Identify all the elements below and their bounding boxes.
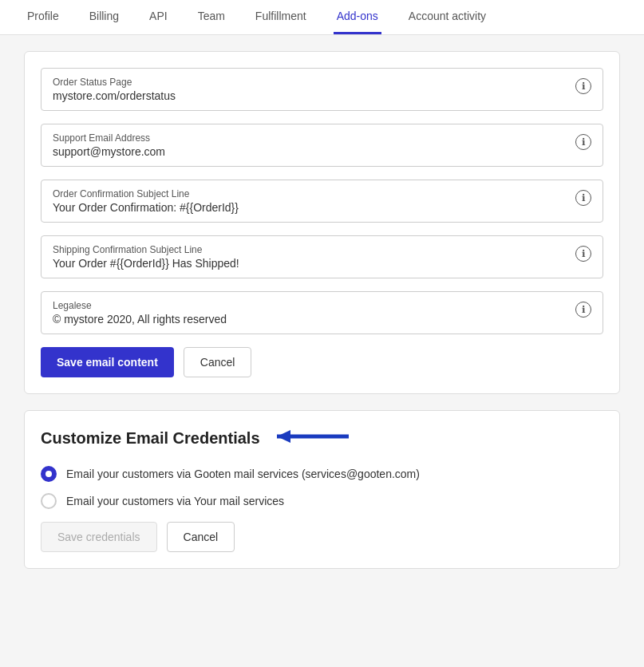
support-email-label: Support Email Address [53,132,575,144]
radio-gooten-mail-circle[interactable] [41,466,57,482]
credentials-title-text: Customize Email Credentials [41,429,260,448]
arrow-icon [273,427,353,450]
radio-gooten-mail-label: Email your customers via Gooten mail ser… [66,468,420,480]
save-email-content-button[interactable]: Save email content [41,347,174,377]
legalese-info-icon[interactable]: ℹ [575,302,591,318]
tab-api[interactable]: API [146,0,171,34]
order-confirmation-subject-value[interactable]: Your Order Confirmation: #{{OrderId}} [53,201,575,214]
legalese-field: Legalese © mystore 2020, All rights rese… [41,291,603,334]
radio-your-mail[interactable]: Email your customers via Your mail servi… [41,493,603,509]
svg-marker-1 [277,430,290,443]
support-email-field: Support Email Address support@mystore.co… [41,124,603,167]
credentials-section-title: Customize Email Credentials [41,427,603,450]
tab-addons[interactable]: Add-ons [334,0,381,34]
page-content: Order Status Page mystore.com/orderstatu… [0,35,644,601]
shipping-confirmation-subject-value[interactable]: Your Order #{{OrderId}} Has Shipped! [53,257,575,270]
order-status-page-label: Order Status Page [53,77,575,88]
shipping-confirmation-subject-field: Shipping Confirmation Subject Line Your … [41,235,603,278]
shipping-confirmation-subject-label: Shipping Confirmation Subject Line [53,244,575,255]
order-status-page-info-icon[interactable]: ℹ [575,78,591,94]
tab-team[interactable]: Team [195,0,228,34]
nav-tabs: Profile Billing API Team Fulfillment Add… [0,0,644,35]
cancel-credentials-button[interactable]: Cancel [167,522,235,552]
support-email-info-icon[interactable]: ℹ [575,134,591,150]
legalese-value[interactable]: © mystore 2020, All rights reserved [53,313,575,326]
tab-profile[interactable]: Profile [24,0,62,34]
tab-billing[interactable]: Billing [86,0,122,34]
tab-fulfillment[interactable]: Fulfillment [252,0,310,34]
email-content-buttons: Save email content Cancel [41,347,603,377]
order-confirmation-subject-field: Order Confirmation Subject Line Your Ord… [41,180,603,223]
shipping-confirmation-subject-info-icon[interactable]: ℹ [575,246,591,262]
email-content-card: Order Status Page mystore.com/orderstatu… [24,51,620,394]
radio-your-mail-circle[interactable] [41,493,57,509]
save-credentials-button[interactable]: Save credentials [41,522,157,552]
radio-gooten-mail[interactable]: Email your customers via Gooten mail ser… [41,466,603,482]
order-confirmation-subject-info-icon[interactable]: ℹ [575,190,591,206]
support-email-value[interactable]: support@mystore.com [53,145,575,158]
order-status-page-value[interactable]: mystore.com/orderstatus [53,89,575,102]
credentials-card: Customize Email Credentials Email your c… [24,410,620,569]
legalese-label: Legalese [53,300,575,311]
order-confirmation-subject-label: Order Confirmation Subject Line [53,188,575,199]
order-status-page-field: Order Status Page mystore.com/orderstatu… [41,68,603,111]
credentials-buttons: Save credentials Cancel [41,522,603,552]
tab-account-activity[interactable]: Account activity [405,0,489,34]
radio-your-mail-label: Email your customers via Your mail servi… [66,495,284,507]
cancel-email-content-button[interactable]: Cancel [184,347,252,377]
